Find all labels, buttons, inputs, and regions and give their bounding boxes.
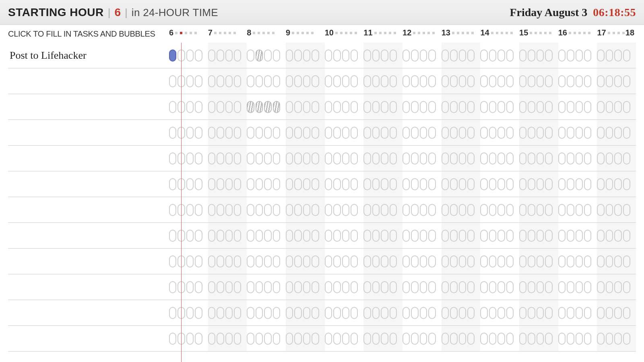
time-bubble[interactable] <box>372 127 380 139</box>
time-bubble[interactable] <box>325 333 332 345</box>
time-bubble[interactable] <box>325 307 332 319</box>
time-bubble[interactable] <box>623 75 630 87</box>
time-bubble[interactable] <box>294 255 301 267</box>
time-bubble[interactable] <box>208 255 215 267</box>
time-bubble[interactable] <box>286 49 293 62</box>
time-bubble[interactable] <box>558 255 566 267</box>
time-bubble[interactable] <box>497 178 505 190</box>
time-bubble[interactable] <box>217 49 224 62</box>
time-bubble[interactable] <box>351 255 358 267</box>
time-bubble[interactable] <box>428 230 436 242</box>
time-bubble[interactable] <box>442 127 449 139</box>
time-bubble[interactable] <box>623 255 630 267</box>
time-bubble[interactable] <box>450 333 457 345</box>
time-bubble[interactable] <box>597 178 604 190</box>
time-bubble[interactable] <box>208 333 215 345</box>
time-bubble[interactable] <box>169 49 176 62</box>
time-bubble[interactable] <box>606 255 613 267</box>
time-bubble[interactable] <box>467 49 475 62</box>
time-bubble[interactable] <box>450 101 457 113</box>
time-bubble[interactable] <box>545 333 552 345</box>
time-bubble[interactable] <box>294 152 301 165</box>
time-bubble[interactable] <box>480 307 487 319</box>
time-bubble[interactable] <box>342 178 349 190</box>
time-bubble[interactable] <box>312 230 319 242</box>
time-bubble[interactable] <box>234 204 241 216</box>
time-bubble[interactable] <box>372 281 380 293</box>
time-bubble[interactable] <box>584 127 591 139</box>
time-bubble[interactable] <box>256 49 263 62</box>
time-bubble[interactable] <box>234 101 241 113</box>
time-bubble[interactable] <box>390 178 397 190</box>
time-bubble[interactable] <box>225 255 233 267</box>
time-bubble[interactable] <box>537 333 544 345</box>
time-bubble[interactable] <box>606 281 613 293</box>
time-bubble[interactable] <box>480 255 487 267</box>
time-bubble[interactable] <box>614 230 621 242</box>
time-bubble[interactable] <box>333 307 341 319</box>
time-bubble[interactable] <box>623 230 630 242</box>
time-bubble[interactable] <box>247 49 254 62</box>
time-bubble[interactable] <box>390 152 397 165</box>
time-bubble[interactable] <box>614 255 621 267</box>
time-bubble[interactable] <box>225 281 233 293</box>
time-bubble[interactable] <box>489 230 496 242</box>
time-bubble[interactable] <box>519 75 526 87</box>
time-bubble[interactable] <box>411 178 418 190</box>
time-bubble[interactable] <box>208 49 215 62</box>
time-bubble[interactable] <box>537 101 544 113</box>
time-bubble[interactable] <box>217 333 224 345</box>
time-bubble[interactable] <box>195 101 202 113</box>
time-bubble[interactable] <box>247 281 254 293</box>
time-bubble[interactable] <box>506 255 514 267</box>
time-bubble[interactable] <box>442 49 449 62</box>
time-bubble[interactable] <box>169 204 176 216</box>
time-bubble[interactable] <box>286 127 293 139</box>
time-bubble[interactable] <box>450 127 457 139</box>
time-bubble[interactable] <box>169 230 176 242</box>
time-bubble[interactable] <box>442 152 449 165</box>
time-bubble[interactable] <box>442 333 449 345</box>
time-bubble[interactable] <box>467 255 475 267</box>
time-bubble[interactable] <box>506 307 514 319</box>
time-bubble[interactable] <box>558 127 566 139</box>
time-bubble[interactable] <box>333 152 341 165</box>
time-bubble[interactable] <box>411 230 418 242</box>
time-bubble[interactable] <box>186 178 194 190</box>
time-bubble[interactable] <box>390 230 397 242</box>
time-bubble[interactable] <box>273 333 280 345</box>
time-bubble[interactable] <box>381 49 388 62</box>
time-bubble[interactable] <box>169 255 176 267</box>
time-bubble[interactable] <box>480 178 487 190</box>
time-bubble[interactable] <box>537 178 544 190</box>
time-bubble[interactable] <box>372 307 380 319</box>
time-bubble[interactable] <box>178 49 185 62</box>
time-bubble[interactable] <box>312 178 319 190</box>
time-bubble[interactable] <box>537 152 544 165</box>
time-bubble[interactable] <box>576 307 583 319</box>
time-bubble[interactable] <box>545 255 552 267</box>
time-bubble[interactable] <box>428 152 436 165</box>
time-bubble[interactable] <box>342 307 349 319</box>
time-bubble[interactable] <box>342 75 349 87</box>
time-bubble[interactable] <box>467 307 475 319</box>
time-bubble[interactable] <box>178 204 185 216</box>
time-bubble[interactable] <box>428 333 436 345</box>
time-bubble[interactable] <box>450 230 457 242</box>
time-bubble[interactable] <box>247 152 254 165</box>
time-bubble[interactable] <box>567 204 574 216</box>
time-bubble[interactable] <box>420 255 427 267</box>
time-bubble[interactable] <box>576 333 583 345</box>
time-bubble[interactable] <box>273 75 280 87</box>
time-bubble[interactable] <box>528 49 535 62</box>
time-bubble[interactable] <box>256 152 263 165</box>
time-bubble[interactable] <box>519 178 526 190</box>
time-bubble[interactable] <box>217 307 224 319</box>
time-bubble[interactable] <box>442 255 449 267</box>
time-bubble[interactable] <box>576 281 583 293</box>
time-bubble[interactable] <box>467 152 475 165</box>
time-bubble[interactable] <box>342 255 349 267</box>
time-bubble[interactable] <box>497 101 505 113</box>
time-bubble[interactable] <box>584 178 591 190</box>
time-bubble[interactable] <box>545 75 552 87</box>
